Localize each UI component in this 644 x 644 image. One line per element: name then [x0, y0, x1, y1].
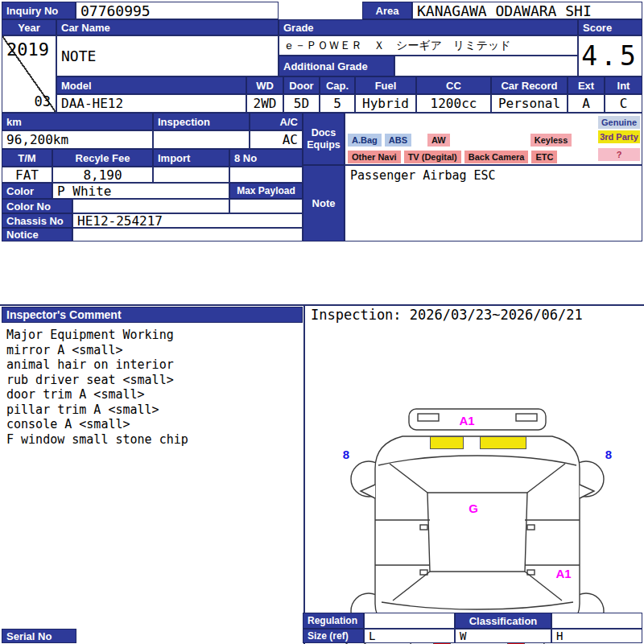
cap-header: Cap.	[320, 76, 355, 94]
ac-header: A/C	[250, 113, 303, 130]
inquiry-no-value: 07760995	[76, 2, 279, 19]
ext-value: A	[568, 94, 605, 113]
equip-badge-other-navi: Other Navi	[348, 151, 401, 163]
model-value: DAA-HE12	[56, 94, 246, 113]
inspector-comment-line: Major Equipment Working	[6, 328, 301, 343]
grade-header: Grade	[279, 19, 578, 35]
inspection-header: Inspection	[153, 113, 250, 130]
km-value: 96,200km	[2, 130, 153, 149]
inspector-comment-line: rub driver seat <small>	[6, 373, 301, 388]
inspectors-comment-list: Major Equipment Workingmirror A <small>a…	[6, 328, 301, 456]
horizontal-divider	[0, 304, 644, 306]
regulation-value	[364, 613, 455, 629]
model-header: Model	[56, 76, 246, 94]
inspector-comment-line: door trim A <small>	[6, 387, 301, 402]
score-header: Score	[578, 19, 642, 35]
equipment-row-1: A.BagABSAWKeyless	[348, 134, 572, 147]
fuel-header: Fuel	[355, 76, 416, 94]
inspector-comment-line: pillar trim A <small>	[6, 402, 301, 418]
import-value	[153, 167, 229, 183]
damage-mark-a1: A1	[459, 414, 474, 427]
damage-mark-8: 8	[605, 448, 612, 461]
docs-equips-label: Docs Equips	[303, 113, 345, 165]
equip-badge-3rd-party: 3rd Party	[598, 130, 640, 143]
regulation-header: Regulation	[303, 613, 364, 629]
classification-header: Classification	[455, 613, 551, 629]
car-name-header: Car Name	[56, 19, 279, 35]
damage-mark-a1: A1	[555, 567, 571, 580]
equipment-panel: A.BagABSAWKeyless Other NaviTV (Degital)…	[345, 113, 642, 165]
import-header: Import	[153, 149, 229, 167]
car-record-value: Personal	[491, 94, 568, 113]
ac-value: AC	[250, 130, 303, 149]
fuel-value: Hybrid	[355, 94, 416, 113]
note-label: Note	[303, 165, 345, 242]
damage-zone	[430, 436, 464, 449]
score-value: 4.5	[578, 35, 642, 76]
inspectors-comment-header: Inspector's Comment	[2, 307, 303, 323]
ext-header: Ext	[568, 76, 605, 94]
max-payload-value	[229, 199, 303, 213]
inspector-comment-line: animal hair on interior	[6, 357, 301, 373]
max-payload-header: Max Payload	[229, 183, 303, 199]
equip-badge-aw: AW	[427, 134, 450, 147]
equipment-row-2: Other NaviTV (Degital)Back CameraETC	[348, 151, 557, 163]
damage-zone	[480, 436, 526, 449]
inspector-comment-line: console A <small>	[6, 417, 301, 432]
size-ref-header: Size (ref)	[303, 629, 364, 643]
cc-header: CC	[416, 76, 491, 94]
recycle-fee-value: 8,190	[52, 167, 153, 183]
inspection-period: Inspection: 2026/03/23~2026/06/21	[311, 307, 641, 323]
chassis-no-header: Chassis No	[2, 213, 72, 228]
notice-value	[72, 228, 303, 242]
color-value: P White	[52, 183, 229, 199]
eight-no-value	[229, 167, 303, 183]
equip-badge--: ?	[598, 148, 640, 161]
color-no-header: Color No	[2, 199, 72, 213]
size-w-cell: W	[455, 629, 551, 643]
serial-no-header: Serial No	[2, 629, 76, 643]
month-value: 03	[35, 93, 51, 109]
year-value-cell: 2019 03	[2, 35, 56, 113]
car-top-view-svg	[312, 401, 642, 644]
equip-badge-tv-degital-: TV (Degital)	[404, 151, 461, 163]
year-header: Year	[2, 19, 56, 35]
equip-badge-a-bag: A.Bag	[348, 134, 382, 147]
note-panel: Passenger Airbag ESC	[345, 165, 642, 242]
grade-value: ｅ－ＰＯＷＥＲ Ｘ シーギア リミテッド	[279, 35, 578, 56]
wd-value: 2WD	[246, 94, 283, 113]
docs-label: Docs	[312, 127, 336, 138]
inspector-comment-line: F window small stone chip	[6, 432, 301, 448]
inspector-comment-line: mirror A <small>	[6, 343, 301, 358]
km-header: km	[2, 113, 153, 130]
cap-value: 5	[320, 94, 355, 113]
area-label: Area	[362, 2, 412, 19]
car-name-value: NOTE	[56, 35, 279, 76]
damage-mark-g: G	[469, 502, 478, 515]
int-header: Int	[605, 76, 642, 94]
int-value: C	[605, 94, 642, 113]
inquiry-no-label: Inquiry No	[2, 2, 76, 19]
color-no-value	[72, 199, 229, 213]
area-value: KANAGAWA ODAWARA SHI	[412, 2, 642, 19]
equip-badge-genuine: Genuine	[598, 116, 640, 129]
classification-value	[551, 613, 642, 629]
equip-badge-keyless: Keyless	[530, 134, 572, 147]
vertical-divider	[303, 304, 305, 644]
equip-badge-etc: ETC	[531, 151, 557, 163]
notice-header: Notice	[2, 228, 72, 242]
equipment-side-column: Genuine3rd Party?	[598, 116, 640, 161]
additional-grade-label: Additional Grade	[279, 56, 394, 76]
equip-badge-back-camera: Back Camera	[464, 151, 529, 163]
eight-no-header: 8 No	[229, 149, 303, 167]
car-damage-diagram: A188GA188A1N/A	[312, 401, 642, 644]
car-record-header: Car Record	[491, 76, 568, 94]
size-l-cell: L	[364, 629, 455, 643]
color-header: Color	[2, 183, 52, 199]
door-value: 5D	[283, 94, 320, 113]
additional-grade-value	[394, 56, 578, 76]
equips-label: Equips	[307, 139, 341, 151]
cc-value: 1200cc	[416, 94, 491, 113]
equip-badge-abs: ABS	[385, 134, 411, 147]
wd-header: WD	[246, 76, 283, 94]
